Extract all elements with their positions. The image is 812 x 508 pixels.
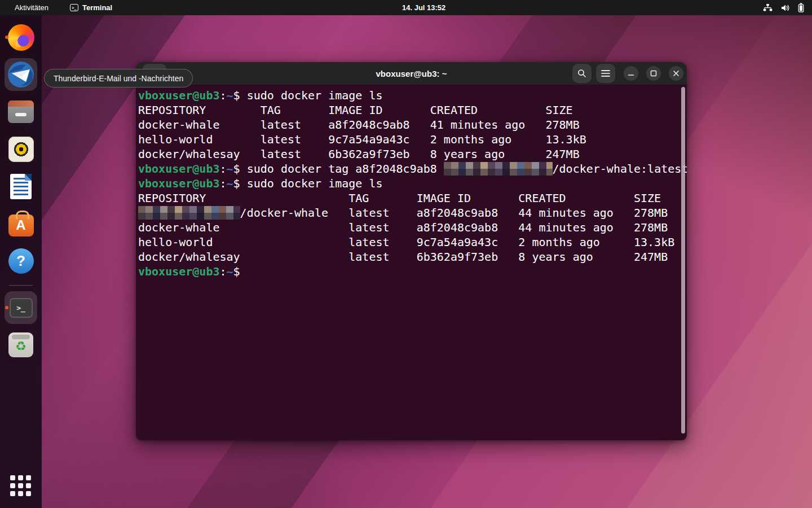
dock: A ? >_ ♻ — [0, 15, 42, 508]
terminal-line: vboxuser@ub3:~$ sudo docker tag a8f2048c… — [138, 161, 685, 176]
topbar-app-name: Terminal — [82, 3, 112, 12]
rhythmbox-icon — [8, 137, 34, 162]
close-icon — [673, 70, 679, 77]
dock-separator — [9, 285, 33, 286]
clock[interactable]: 14. Jul 13:52 — [402, 0, 445, 15]
dock-item-firefox[interactable] — [5, 21, 37, 54]
topbar-app-menu[interactable]: >_ Terminal — [65, 2, 117, 13]
terminal-line: docker/whalesay latest 6b362a9f73eb 8 ye… — [138, 147, 685, 161]
battery-icon — [798, 3, 804, 12]
dock-item-libreoffice-writer[interactable] — [5, 170, 37, 203]
dock-item-show-applications[interactable] — [5, 470, 37, 502]
scrollbar-thumb[interactable] — [681, 87, 685, 433]
close-button[interactable] — [669, 66, 683, 81]
minimize-icon — [628, 70, 634, 77]
terminal-line: vboxuser@ub3:~$ sudo docker image ls — [138, 176, 685, 191]
terminal-line: docker/whalesay latest 6b362a9f73eb 8 ye… — [138, 249, 685, 264]
terminal-line: REPOSITORY TAG IMAGE ID CREATED SIZE — [138, 103, 685, 117]
redacted-text-block — [444, 162, 553, 176]
help-icon: ? — [8, 248, 34, 274]
firefox-icon — [8, 24, 34, 51]
running-indicator — [5, 36, 8, 39]
network-wired-icon — [763, 3, 773, 12]
search-icon — [577, 69, 586, 78]
titlebar[interactable]: + vboxuser@ub3: ~ — [136, 62, 687, 85]
hamburger-icon — [601, 69, 610, 77]
show-apps-grid-icon — [10, 475, 32, 497]
redacted-text-block — [138, 206, 240, 220]
maximize-button[interactable] — [646, 66, 661, 81]
terminal-line: vboxuser@ub3:~$ sudo docker image ls — [138, 88, 685, 103]
terminal-window: + vboxuser@ub3: ~ vboxuser@ub3:~$ sudo d… — [136, 62, 687, 440]
running-indicator — [5, 306, 8, 309]
menu-button[interactable] — [596, 64, 615, 83]
terminal-line: REPOSITORY TAG IMAGE ID CREATED SIZE — [138, 191, 685, 205]
thunderbird-icon — [7, 60, 35, 89]
terminal-line: /docker-whale latest a8f2048c9ab8 44 min… — [138, 205, 685, 220]
desktop: Aktivitäten >_ Terminal 14. Jul 13:52 — [0, 0, 812, 508]
trash-icon: ♻ — [8, 332, 33, 357]
maximize-icon — [650, 70, 657, 77]
files-icon — [8, 100, 34, 123]
top-bar: Aktivitäten >_ Terminal 14. Jul 13:52 — [0, 0, 812, 15]
volume-icon — [780, 3, 790, 12]
dock-item-trash[interactable]: ♻ — [5, 329, 37, 361]
terminal-line: docker-whale latest a8f2048c9ab8 41 minu… — [138, 117, 685, 132]
dock-tooltip: Thunderbird-E-Mail und -Nachrichten — [44, 69, 193, 87]
libreoffice-writer-icon — [10, 174, 32, 199]
terminal-line: vboxuser@ub3:~$ — [138, 264, 685, 279]
dock-item-help[interactable]: ? — [5, 244, 37, 277]
dock-item-files[interactable] — [5, 95, 37, 128]
terminal-app-icon: >_ — [10, 298, 33, 318]
ubuntu-software-icon: A — [8, 214, 34, 237]
search-button[interactable] — [572, 64, 592, 83]
terminal-line: hello-world latest 9c7a54a9a43c 2 months… — [138, 235, 685, 249]
dock-item-rhythmbox[interactable] — [5, 133, 37, 165]
activities-button[interactable]: Aktivitäten — [10, 2, 53, 13]
minimize-button[interactable] — [624, 66, 638, 81]
terminal-line: docker-whale latest a8f2048c9ab8 44 minu… — [138, 220, 685, 235]
terminal-body[interactable]: vboxuser@ub3:~$ sudo docker image lsREPO… — [136, 85, 687, 440]
terminal-glyph-icon: >_ — [70, 4, 78, 11]
dock-item-ubuntu-software[interactable]: A — [5, 207, 37, 240]
terminal-lines: vboxuser@ub3:~$ sudo docker image lsREPO… — [138, 88, 685, 279]
system-tray[interactable] — [763, 0, 804, 15]
terminal-line: hello-world latest 9c7a54a9a43c 2 months… — [138, 132, 685, 147]
dock-item-terminal[interactable]: >_ — [5, 291, 37, 324]
dock-item-thunderbird[interactable] — [5, 58, 37, 91]
